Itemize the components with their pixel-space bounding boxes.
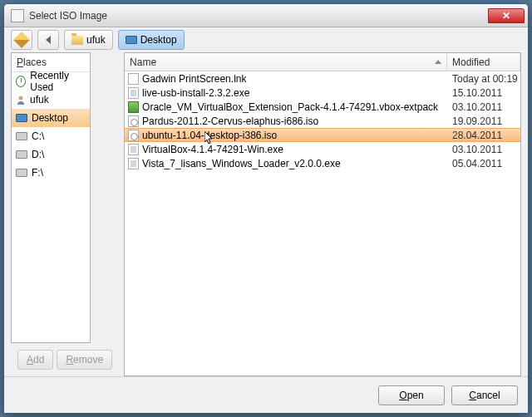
remove-place-button[interactable]: Remove xyxy=(57,350,112,370)
toolbar: ufuk Desktop xyxy=(4,27,528,52)
sidebar-column: Places Recently UsedufukDesktopC:\D:\F:\… xyxy=(11,52,119,376)
sidebar-item-d[interactable]: D:\ xyxy=(12,145,90,164)
iso-file-icon xyxy=(128,115,139,127)
file-modified: 03.10.2011 xyxy=(447,101,520,113)
file-row[interactable]: Pardus-2011.2-Cervus-elaphus-i686.iso19.… xyxy=(125,114,520,128)
dialog-footer: Open Cancel xyxy=(4,376,528,413)
pack-file-icon xyxy=(128,101,139,113)
file-modified: 19.09.2011 xyxy=(447,115,520,127)
edit-path-button[interactable] xyxy=(11,30,32,50)
file-name: Vista_7_lisans_Windows_Loader_v2.0.0.exe xyxy=(142,158,341,169)
breadcrumb-desktop[interactable]: Desktop xyxy=(118,30,185,50)
content-area: Places Recently UsedufukDesktopC:\D:\F:\… xyxy=(4,52,528,376)
drive-icon xyxy=(16,169,27,177)
sidebar-item-desktop[interactable]: Desktop xyxy=(12,109,90,127)
sidebar-buttons: Add Remove xyxy=(11,343,119,376)
titlebar[interactable]: Select ISO Image ✕ xyxy=(4,4,528,27)
file-row[interactable]: live-usb-install-2.3.2.exe15.10.2011 xyxy=(125,86,520,100)
file-row[interactable]: Vista_7_lisans_Windows_Loader_v2.0.0.exe… xyxy=(125,156,520,170)
file-row[interactable]: Oracle_VM_VirtualBox_Extension_Pack-4.1.… xyxy=(125,100,520,114)
file-name: VirtualBox-4.1.4-74291-Win.exe xyxy=(142,144,283,155)
sidebar-item-label: F:\ xyxy=(32,167,43,179)
svg-point-0 xyxy=(19,96,23,101)
file-name: Oracle_VM_VirtualBox_Extension_Pack-4.1.… xyxy=(142,101,438,113)
back-button[interactable] xyxy=(37,30,59,50)
person-icon xyxy=(16,95,26,105)
close-button[interactable]: ✕ xyxy=(488,8,525,23)
file-name: Pardus-2011.2-Cervus-elaphus-i686.iso xyxy=(142,115,318,127)
file-modified: 15.10.2011 xyxy=(447,87,520,99)
file-row[interactable]: Gadwin PrintScreen.lnkToday at 00:19 xyxy=(125,71,520,86)
sidebar-item-f[interactable]: F:\ xyxy=(12,164,90,182)
sidebar-item-label: Desktop xyxy=(32,112,68,124)
file-modified: 03.10.2011 xyxy=(447,144,520,155)
sidebar-item-label: C:\ xyxy=(32,130,44,142)
app-icon xyxy=(11,9,24,22)
sidebar-item-recentlyused[interactable]: Recently Used xyxy=(12,72,90,91)
pencil-icon xyxy=(13,32,30,48)
places-list: Recently UsedufukDesktopC:\D:\F:\ xyxy=(12,72,90,182)
breadcrumb-user-label: ufuk xyxy=(86,34,106,46)
breadcrumb-location-label: Desktop xyxy=(140,34,177,46)
file-modified: Today at 00:19 xyxy=(447,73,520,85)
places-sidebar: Places Recently UsedufukDesktopC:\D:\F:\ xyxy=(11,52,91,343)
file-file-icon xyxy=(128,73,139,85)
add-place-button[interactable]: Add xyxy=(17,350,53,370)
drive-icon xyxy=(16,150,27,159)
cancel-button[interactable]: Cancel xyxy=(451,385,518,405)
file-list[interactable]: Gadwin PrintScreen.lnkToday at 00:19live… xyxy=(125,71,520,375)
file-area: Name Modified Gadwin PrintScreen.lnkToda… xyxy=(124,52,521,376)
chevron-left-icon xyxy=(46,36,51,44)
column-headers: Name Modified xyxy=(125,53,520,71)
folder-icon xyxy=(71,36,83,45)
sidebar-item-label: Recently Used xyxy=(30,70,86,93)
file-name: live-usb-install-2.3.2.exe xyxy=(142,87,249,99)
dialog-window: Select ISO Image ✕ ufuk Desktop Places R… xyxy=(3,3,529,414)
exe-file-icon xyxy=(128,87,139,99)
file-modified: 05.04.2011 xyxy=(447,158,520,169)
monitor-icon xyxy=(126,36,137,44)
file-name: Gadwin PrintScreen.lnk xyxy=(142,73,246,85)
sidebar-item-ufuk[interactable]: ufuk xyxy=(12,91,90,109)
monitor-icon xyxy=(16,114,27,122)
file-modified: 28.04.2011 xyxy=(447,130,520,141)
column-name[interactable]: Name xyxy=(125,53,447,71)
sort-ascending-icon xyxy=(435,60,441,64)
column-modified[interactable]: Modified xyxy=(447,53,520,71)
clock-icon xyxy=(16,76,26,87)
file-row[interactable]: VirtualBox-4.1.4-74291-Win.exe03.10.2011 xyxy=(125,142,520,156)
sidebar-item-label: D:\ xyxy=(32,149,44,160)
window-title: Select ISO Image xyxy=(29,10,488,22)
sidebar-item-c[interactable]: C:\ xyxy=(12,127,90,145)
drive-icon xyxy=(16,132,27,140)
sidebar-item-label: ufuk xyxy=(30,94,49,105)
open-button[interactable]: Open xyxy=(378,385,445,405)
file-row[interactable]: ubuntu-11.04-desktop-i386.iso28.04.2011 xyxy=(125,128,520,142)
exe-file-icon xyxy=(128,158,139,169)
breadcrumb-user[interactable]: ufuk xyxy=(64,30,113,50)
iso-file-icon xyxy=(128,130,139,141)
exe-file-icon xyxy=(128,144,139,155)
